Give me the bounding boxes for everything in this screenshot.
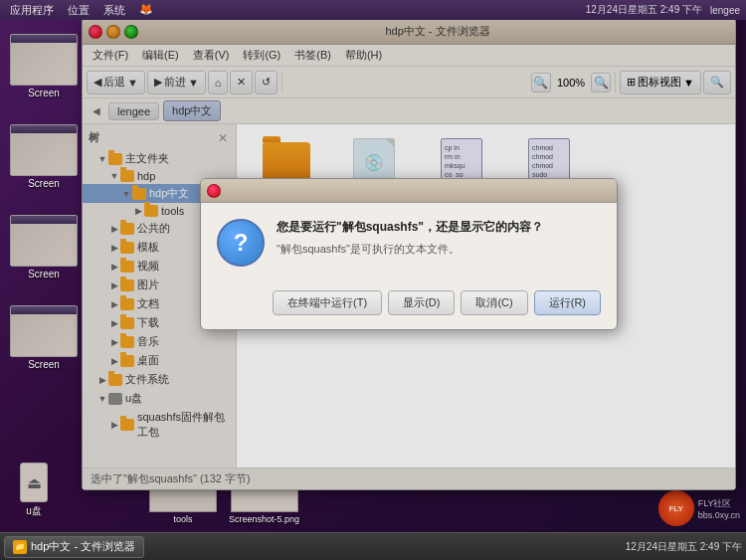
taskbar: 📁 hdp中文 - 文件浏览器 12月24日星期五 2:49 下午: [0, 532, 746, 560]
screen2-label: Screen: [28, 178, 60, 189]
panel-right: 12月24日星期五 2:49 下午 lengee: [586, 3, 740, 17]
dialog-buttons: 在终端中运行(T) 显示(D) 取消(C) 运行(R): [201, 282, 617, 329]
dialog-question-title: 您是要运行"解包squashfs"，还是显示它的内容？: [277, 219, 601, 236]
display-button[interactable]: 显示(D): [388, 290, 455, 315]
cancel-button[interactable]: 取消(C): [461, 290, 527, 315]
screen3-thumb: [10, 215, 78, 267]
screen1-thumb: [10, 34, 78, 86]
watermark-text: FLY社区 bbs.0xy.cn: [698, 497, 740, 520]
desktop-icon-screen4[interactable]: Screen: [5, 301, 83, 374]
screen4-label: Screen: [28, 359, 60, 370]
watermark: FLY FLY社区 bbs.0xy.cn: [658, 490, 740, 526]
dialog: ? 您是要运行"解包squashfs"，还是显示它的内容？ "解包squashf…: [200, 178, 618, 330]
panel-system-label[interactable]: 系统: [99, 3, 129, 18]
watermark-site: bbs.0xy.cn: [698, 510, 740, 520]
panel-location-label[interactable]: 位置: [64, 3, 93, 18]
tray-datetime: 12月24日星期五 2:49 下午: [626, 540, 742, 554]
panel-apps: 应用程序 位置 系统 🦊: [6, 3, 157, 18]
system-tray: 12月24日星期五 2:49 下午: [626, 540, 742, 554]
usb-label: u盘: [26, 504, 42, 518]
dialog-overlay: ? 您是要运行"解包squashfs"，还是显示它的内容？ "解包squashf…: [83, 19, 735, 489]
panel-apps-label[interactable]: 应用程序: [6, 3, 58, 18]
panel-username: lengee: [710, 5, 740, 16]
run-button[interactable]: 运行(R): [534, 290, 601, 315]
screenshot10-label: tools: [173, 514, 192, 524]
screen2-thumb: [10, 124, 78, 176]
firefox-icon[interactable]: 🦊: [135, 3, 157, 18]
dialog-close-btn[interactable]: [207, 184, 221, 198]
run-terminal-button[interactable]: 在终端中运行(T): [273, 290, 382, 315]
taskbar-file-manager[interactable]: 📁 hdp中文 - 文件浏览器: [4, 536, 144, 558]
desktop-icons: Screen Screen Screen: [5, 30, 83, 384]
desktop-icon-screen2[interactable]: Screen: [5, 120, 83, 193]
screen4-thumb: [10, 305, 78, 357]
desktop-icon-screen3[interactable]: Screen: [5, 211, 83, 283]
dialog-text: 您是要运行"解包squashfs"，还是显示它的内容？ "解包squashfs"…: [277, 219, 601, 267]
panel-datetime: 12月24日星期五 2:49 下午: [586, 3, 702, 17]
taskbar-fm-label: hdp中文 - 文件浏览器: [31, 539, 135, 554]
usb-desktop-icon[interactable]: ⏏ u盘: [20, 463, 48, 518]
screen1-label: Screen: [28, 88, 60, 98]
dialog-subtitle: "解包squashfs"是可执行的文本文件。: [277, 242, 601, 257]
dialog-body: ? 您是要运行"解包squashfs"，还是显示它的内容？ "解包squashf…: [201, 203, 617, 282]
screen3-label: Screen: [28, 269, 60, 280]
screenshot5-label: Screenshot-5.png: [229, 514, 299, 524]
dialog-titlebar: [201, 179, 617, 203]
desktop-icon-screen1[interactable]: Screen: [5, 30, 83, 102]
usb-symbol: ⏏: [20, 463, 48, 502]
dialog-question-icon: ?: [217, 219, 265, 267]
taskbar-fm-icon: 📁: [13, 540, 27, 554]
top-panel: 应用程序 位置 系统 🦊 12月24日星期五 2:49 下午 lengee: [0, 0, 746, 20]
watermark-fly: FLY社区: [698, 497, 740, 510]
watermark-logo: FLY: [658, 490, 694, 526]
file-manager-window: hdp中文 - 文件浏览器 文件(F) 编辑(E) 查看(V) 转到(G) 书签…: [82, 18, 736, 490]
